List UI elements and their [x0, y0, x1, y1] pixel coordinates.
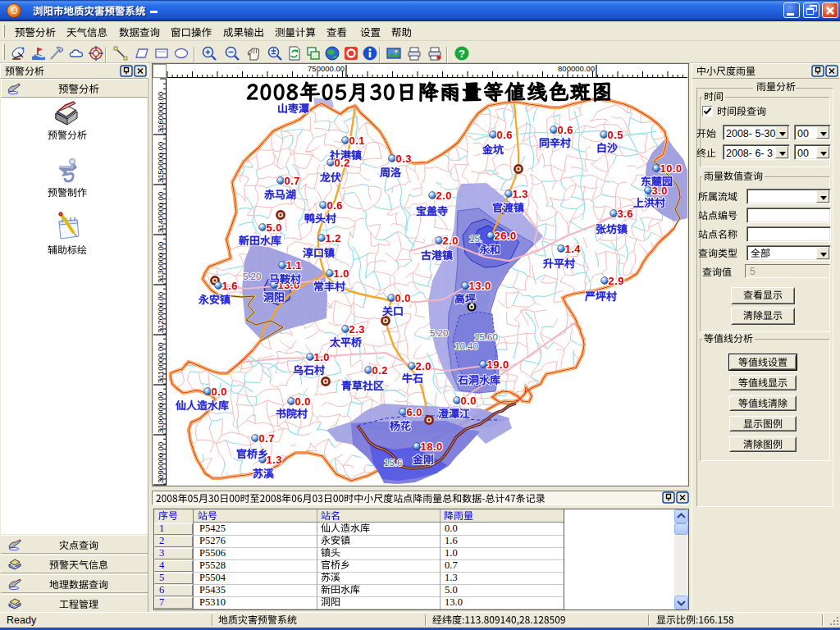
svg-text:?: ? [459, 48, 465, 60]
